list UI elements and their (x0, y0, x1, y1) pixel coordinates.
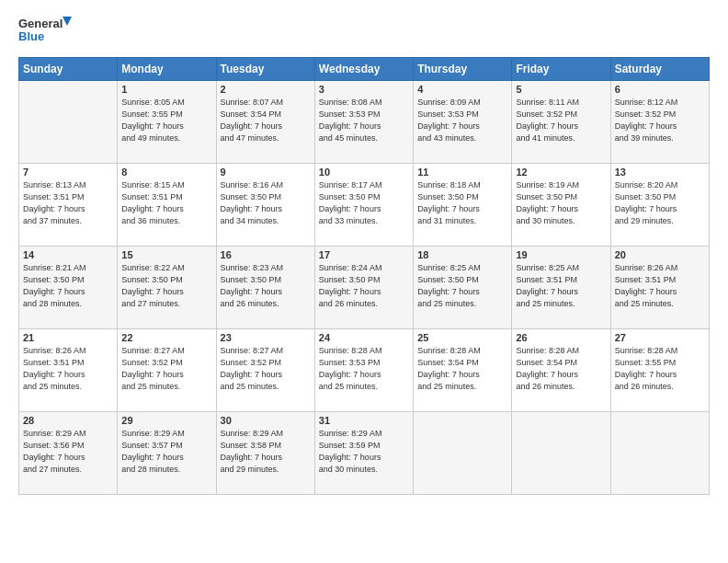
day-number: 16 (221, 249, 311, 260)
calendar-cell: 26Sunrise: 8:28 AM Sunset: 3:54 PM Dayli… (512, 329, 610, 412)
calendar-cell: 23Sunrise: 8:27 AM Sunset: 3:52 PM Dayli… (216, 329, 314, 412)
calendar-cell: 13Sunrise: 8:20 AM Sunset: 3:50 PM Dayli… (610, 164, 709, 247)
calendar-body: 1Sunrise: 8:05 AM Sunset: 3:55 PM Daylig… (19, 81, 710, 495)
day-info: Sunrise: 8:28 AM Sunset: 3:54 PM Dayligh… (516, 345, 606, 393)
calendar-cell: 18Sunrise: 8:25 AM Sunset: 3:50 PM Dayli… (414, 247, 512, 329)
day-info: Sunrise: 8:11 AM Sunset: 3:52 PM Dayligh… (516, 97, 606, 144)
day-number: 11 (417, 167, 507, 178)
calendar-cell: 24Sunrise: 8:28 AM Sunset: 3:53 PM Dayli… (314, 329, 413, 412)
calendar-cell: 29Sunrise: 8:29 AM Sunset: 3:57 PM Dayli… (118, 412, 216, 495)
calendar-cell: 16Sunrise: 8:23 AM Sunset: 3:50 PM Dayli… (216, 247, 314, 329)
calendar-cell: 22Sunrise: 8:27 AM Sunset: 3:52 PM Dayli… (118, 329, 216, 412)
day-number: 24 (319, 332, 409, 343)
day-number: 25 (417, 332, 507, 343)
calendar-cell: 31Sunrise: 8:29 AM Sunset: 3:59 PM Dayli… (314, 412, 413, 495)
calendar-cell: 17Sunrise: 8:24 AM Sunset: 3:50 PM Dayli… (314, 247, 413, 329)
day-info: Sunrise: 8:29 AM Sunset: 3:58 PM Dayligh… (221, 428, 311, 476)
header-saturday: Saturday (610, 58, 709, 81)
header-monday: Monday (118, 58, 216, 81)
day-number: 5 (516, 84, 606, 95)
calendar-cell: 19Sunrise: 8:25 AM Sunset: 3:51 PM Dayli… (512, 247, 610, 329)
calendar-cell (512, 412, 610, 495)
day-number: 31 (319, 415, 409, 426)
day-info: Sunrise: 8:29 AM Sunset: 3:56 PM Dayligh… (23, 428, 113, 476)
calendar-cell: 27Sunrise: 8:28 AM Sunset: 3:55 PM Dayli… (610, 329, 709, 412)
week-row-2: 7Sunrise: 8:13 AM Sunset: 3:51 PM Daylig… (19, 164, 710, 247)
header-wednesday: Wednesday (314, 58, 413, 81)
week-row-5: 28Sunrise: 8:29 AM Sunset: 3:56 PM Dayli… (19, 412, 710, 495)
day-number: 18 (417, 249, 507, 260)
calendar-cell: 10Sunrise: 8:17 AM Sunset: 3:50 PM Dayli… (314, 164, 413, 247)
day-number: 30 (221, 415, 311, 426)
day-number: 29 (121, 415, 211, 426)
day-info: Sunrise: 8:26 AM Sunset: 3:51 PM Dayligh… (615, 262, 705, 310)
svg-marker-2 (63, 17, 72, 26)
day-info: Sunrise: 8:28 AM Sunset: 3:55 PM Dayligh… (615, 345, 705, 393)
day-info: Sunrise: 8:29 AM Sunset: 3:57 PM Dayligh… (121, 428, 211, 476)
calendar-cell: 9Sunrise: 8:16 AM Sunset: 3:50 PM Daylig… (216, 164, 314, 247)
day-info: Sunrise: 8:25 AM Sunset: 3:50 PM Dayligh… (417, 262, 507, 310)
week-row-4: 21Sunrise: 8:26 AM Sunset: 3:51 PM Dayli… (19, 329, 710, 412)
day-info: Sunrise: 8:09 AM Sunset: 3:53 PM Dayligh… (417, 97, 507, 144)
day-number: 20 (615, 249, 705, 260)
day-number: 4 (417, 84, 507, 95)
day-number: 6 (615, 84, 705, 95)
day-number: 9 (221, 167, 311, 178)
logo-svg: General Blue (18, 15, 72, 48)
calendar-cell: 12Sunrise: 8:19 AM Sunset: 3:50 PM Dayli… (512, 164, 610, 247)
day-number: 7 (23, 167, 113, 178)
day-number: 10 (319, 167, 409, 178)
day-info: Sunrise: 8:08 AM Sunset: 3:53 PM Dayligh… (319, 97, 409, 144)
calendar-cell: 2Sunrise: 8:07 AM Sunset: 3:54 PM Daylig… (216, 81, 314, 164)
day-info: Sunrise: 8:18 AM Sunset: 3:50 PM Dayligh… (417, 179, 507, 227)
calendar-cell (414, 412, 512, 495)
day-number: 15 (121, 249, 211, 260)
day-number: 26 (516, 332, 606, 343)
calendar-cell (610, 412, 709, 495)
day-info: Sunrise: 8:28 AM Sunset: 3:53 PM Dayligh… (319, 345, 409, 393)
day-number: 2 (221, 84, 311, 95)
day-info: Sunrise: 8:25 AM Sunset: 3:51 PM Dayligh… (516, 262, 606, 310)
calendar-cell: 7Sunrise: 8:13 AM Sunset: 3:51 PM Daylig… (19, 164, 118, 247)
day-info: Sunrise: 8:21 AM Sunset: 3:50 PM Dayligh… (23, 262, 113, 310)
day-number: 13 (615, 167, 705, 178)
day-number: 27 (615, 332, 705, 343)
calendar-cell: 28Sunrise: 8:29 AM Sunset: 3:56 PM Dayli… (19, 412, 118, 495)
svg-text:Blue: Blue (18, 29, 44, 43)
day-number: 19 (516, 249, 606, 260)
calendar-cell: 25Sunrise: 8:28 AM Sunset: 3:54 PM Dayli… (414, 329, 512, 412)
calendar-cell: 8Sunrise: 8:15 AM Sunset: 3:51 PM Daylig… (118, 164, 216, 247)
day-info: Sunrise: 8:05 AM Sunset: 3:55 PM Dayligh… (121, 97, 211, 144)
day-number: 8 (121, 167, 211, 178)
calendar-cell: 20Sunrise: 8:26 AM Sunset: 3:51 PM Dayli… (610, 247, 709, 329)
header-sunday: Sunday (19, 58, 118, 81)
calendar-cell: 21Sunrise: 8:26 AM Sunset: 3:51 PM Dayli… (19, 329, 118, 412)
week-row-1: 1Sunrise: 8:05 AM Sunset: 3:55 PM Daylig… (19, 81, 710, 164)
day-info: Sunrise: 8:20 AM Sunset: 3:50 PM Dayligh… (615, 179, 705, 227)
day-info: Sunrise: 8:07 AM Sunset: 3:54 PM Dayligh… (221, 97, 311, 144)
logo: General Blue (18, 15, 72, 48)
header-row: SundayMondayTuesdayWednesdayThursdayFrid… (19, 58, 710, 81)
day-info: Sunrise: 8:29 AM Sunset: 3:59 PM Dayligh… (319, 428, 409, 476)
header-friday: Friday (512, 58, 610, 81)
day-info: Sunrise: 8:17 AM Sunset: 3:50 PM Dayligh… (319, 179, 409, 227)
calendar-table: SundayMondayTuesdayWednesdayThursdayFrid… (18, 57, 710, 495)
calendar-cell: 3Sunrise: 8:08 AM Sunset: 3:53 PM Daylig… (314, 81, 413, 164)
calendar-cell: 14Sunrise: 8:21 AM Sunset: 3:50 PM Dayli… (19, 247, 118, 329)
day-info: Sunrise: 8:22 AM Sunset: 3:50 PM Dayligh… (121, 262, 211, 310)
calendar-cell: 30Sunrise: 8:29 AM Sunset: 3:58 PM Dayli… (216, 412, 314, 495)
day-info: Sunrise: 8:16 AM Sunset: 3:50 PM Dayligh… (221, 179, 311, 227)
calendar-cell: 1Sunrise: 8:05 AM Sunset: 3:55 PM Daylig… (118, 81, 216, 164)
day-number: 21 (23, 332, 113, 343)
day-number: 1 (121, 84, 211, 95)
day-info: Sunrise: 8:12 AM Sunset: 3:52 PM Dayligh… (615, 97, 705, 144)
header: General Blue (18, 15, 710, 48)
day-info: Sunrise: 8:23 AM Sunset: 3:50 PM Dayligh… (221, 262, 311, 310)
day-info: Sunrise: 8:27 AM Sunset: 3:52 PM Dayligh… (221, 345, 311, 393)
calendar-cell: 4Sunrise: 8:09 AM Sunset: 3:53 PM Daylig… (414, 81, 512, 164)
calendar-cell: 11Sunrise: 8:18 AM Sunset: 3:50 PM Dayli… (414, 164, 512, 247)
calendar-cell: 15Sunrise: 8:22 AM Sunset: 3:50 PM Dayli… (118, 247, 216, 329)
calendar-cell: 5Sunrise: 8:11 AM Sunset: 3:52 PM Daylig… (512, 81, 610, 164)
day-number: 14 (23, 249, 113, 260)
day-number: 23 (221, 332, 311, 343)
